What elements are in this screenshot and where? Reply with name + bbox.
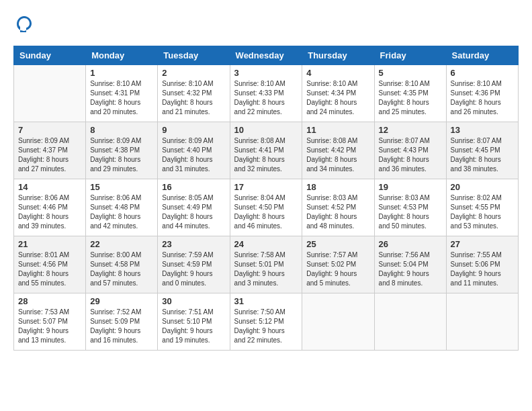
day-info: Sunrise: 8:06 AMSunset: 4:46 PMDaylight:… bbox=[18, 193, 81, 231]
header-sunday: Sunday bbox=[14, 46, 86, 65]
day-cell: 12Sunrise: 8:07 AMSunset: 4:43 PMDayligh… bbox=[374, 122, 446, 179]
header-tuesday: Tuesday bbox=[158, 46, 230, 65]
day-number: 1 bbox=[90, 68, 153, 78]
day-info: Sunrise: 7:57 AMSunset: 5:02 PMDaylight:… bbox=[306, 250, 369, 288]
day-cell: 27Sunrise: 7:55 AMSunset: 5:06 PMDayligh… bbox=[446, 236, 518, 293]
day-info: Sunrise: 8:00 AMSunset: 4:58 PMDaylight:… bbox=[90, 250, 153, 288]
day-cell bbox=[374, 293, 446, 351]
day-info: Sunrise: 8:10 AMSunset: 4:36 PMDaylight:… bbox=[451, 79, 514, 117]
day-cell: 19Sunrise: 8:03 AMSunset: 4:53 PMDayligh… bbox=[374, 179, 446, 236]
day-cell: 26Sunrise: 7:56 AMSunset: 5:04 PMDayligh… bbox=[374, 236, 446, 293]
day-info: Sunrise: 8:09 AMSunset: 4:38 PMDaylight:… bbox=[90, 136, 153, 174]
week-row-5: 28Sunrise: 7:53 AMSunset: 5:07 PMDayligh… bbox=[14, 293, 519, 351]
day-cell: 17Sunrise: 8:04 AMSunset: 4:50 PMDayligh… bbox=[230, 179, 302, 236]
day-info: Sunrise: 7:50 AMSunset: 5:12 PMDaylight:… bbox=[234, 308, 298, 345]
day-number: 4 bbox=[306, 68, 369, 78]
day-cell: 8Sunrise: 8:09 AMSunset: 4:38 PMDaylight… bbox=[86, 122, 158, 179]
day-info: Sunrise: 7:51 AMSunset: 5:10 PMDaylight:… bbox=[162, 308, 225, 345]
page-header bbox=[13, 13, 519, 35]
day-info: Sunrise: 8:01 AMSunset: 4:56 PMDaylight:… bbox=[18, 250, 81, 288]
day-number: 20 bbox=[451, 182, 514, 192]
day-cell bbox=[14, 65, 86, 122]
day-cell: 5Sunrise: 8:10 AMSunset: 4:35 PMDaylight… bbox=[374, 65, 446, 122]
day-number: 14 bbox=[18, 182, 81, 192]
day-info: Sunrise: 8:09 AMSunset: 4:37 PMDaylight:… bbox=[18, 136, 81, 174]
day-info: Sunrise: 8:03 AMSunset: 4:52 PMDaylight:… bbox=[306, 193, 369, 231]
day-info: Sunrise: 8:06 AMSunset: 4:48 PMDaylight:… bbox=[90, 193, 153, 231]
day-info: Sunrise: 8:08 AMSunset: 4:41 PMDaylight:… bbox=[234, 136, 298, 174]
day-cell: 3Sunrise: 8:10 AMSunset: 4:33 PMDaylight… bbox=[230, 65, 302, 122]
day-number: 26 bbox=[379, 239, 442, 249]
day-number: 22 bbox=[90, 239, 153, 249]
day-cell: 24Sunrise: 7:58 AMSunset: 5:01 PMDayligh… bbox=[230, 236, 302, 293]
day-info: Sunrise: 8:04 AMSunset: 4:50 PMDaylight:… bbox=[234, 193, 298, 231]
calendar-header-row: SundayMondayTuesdayWednesdayThursdayFrid… bbox=[14, 46, 519, 65]
day-cell: 7Sunrise: 8:09 AMSunset: 4:37 PMDaylight… bbox=[14, 122, 86, 179]
day-number: 27 bbox=[451, 239, 514, 249]
day-number: 6 bbox=[451, 68, 514, 78]
calendar-table: SundayMondayTuesdayWednesdayThursdayFrid… bbox=[13, 46, 519, 351]
day-info: Sunrise: 7:52 AMSunset: 5:09 PMDaylight:… bbox=[90, 308, 153, 345]
header-friday: Friday bbox=[374, 46, 446, 65]
day-number: 24 bbox=[234, 239, 298, 249]
day-info: Sunrise: 8:10 AMSunset: 4:31 PMDaylight:… bbox=[90, 79, 153, 117]
day-number: 10 bbox=[234, 125, 298, 135]
day-cell: 18Sunrise: 8:03 AMSunset: 4:52 PMDayligh… bbox=[302, 179, 374, 236]
header-monday: Monday bbox=[86, 46, 158, 65]
day-info: Sunrise: 8:10 AMSunset: 4:35 PMDaylight:… bbox=[379, 79, 442, 117]
day-number: 23 bbox=[162, 239, 225, 249]
day-info: Sunrise: 8:05 AMSunset: 4:49 PMDaylight:… bbox=[162, 193, 225, 231]
day-cell: 29Sunrise: 7:52 AMSunset: 5:09 PMDayligh… bbox=[86, 293, 158, 351]
day-number: 15 bbox=[90, 182, 153, 192]
day-info: Sunrise: 8:09 AMSunset: 4:40 PMDaylight:… bbox=[162, 136, 225, 174]
day-cell: 4Sunrise: 8:10 AMSunset: 4:34 PMDaylight… bbox=[302, 65, 374, 122]
day-cell bbox=[446, 293, 518, 351]
day-cell: 15Sunrise: 8:06 AMSunset: 4:48 PMDayligh… bbox=[86, 179, 158, 236]
day-cell: 1Sunrise: 8:10 AMSunset: 4:31 PMDaylight… bbox=[86, 65, 158, 122]
day-number: 17 bbox=[234, 182, 298, 192]
day-cell: 10Sunrise: 8:08 AMSunset: 4:41 PMDayligh… bbox=[230, 122, 302, 179]
day-number: 7 bbox=[18, 125, 81, 135]
day-cell: 13Sunrise: 8:07 AMSunset: 4:45 PMDayligh… bbox=[446, 122, 518, 179]
day-info: Sunrise: 8:07 AMSunset: 4:43 PMDaylight:… bbox=[379, 136, 442, 174]
day-info: Sunrise: 8:10 AMSunset: 4:33 PMDaylight:… bbox=[234, 79, 298, 117]
day-info: Sunrise: 7:53 AMSunset: 5:07 PMDaylight:… bbox=[18, 308, 81, 345]
day-cell: 9Sunrise: 8:09 AMSunset: 4:40 PMDaylight… bbox=[158, 122, 230, 179]
day-cell: 2Sunrise: 8:10 AMSunset: 4:32 PMDaylight… bbox=[158, 65, 230, 122]
day-cell: 21Sunrise: 8:01 AMSunset: 4:56 PMDayligh… bbox=[14, 236, 86, 293]
day-info: Sunrise: 7:56 AMSunset: 5:04 PMDaylight:… bbox=[379, 250, 442, 288]
logo-icon bbox=[13, 13, 35, 35]
day-number: 11 bbox=[306, 125, 369, 135]
header-saturday: Saturday bbox=[446, 46, 518, 65]
day-info: Sunrise: 8:10 AMSunset: 4:34 PMDaylight:… bbox=[306, 79, 369, 117]
day-info: Sunrise: 7:59 AMSunset: 4:59 PMDaylight:… bbox=[162, 250, 225, 288]
day-number: 29 bbox=[90, 296, 153, 306]
logo bbox=[13, 13, 38, 35]
day-number: 2 bbox=[162, 68, 225, 78]
week-row-1: 1Sunrise: 8:10 AMSunset: 4:31 PMDaylight… bbox=[14, 65, 519, 122]
day-number: 5 bbox=[379, 68, 442, 78]
day-number: 25 bbox=[306, 239, 369, 249]
day-number: 13 bbox=[451, 125, 514, 135]
day-number: 28 bbox=[18, 296, 81, 306]
day-number: 21 bbox=[18, 239, 81, 249]
day-cell bbox=[302, 293, 374, 351]
day-number: 30 bbox=[162, 296, 225, 306]
day-number: 31 bbox=[234, 296, 298, 306]
day-cell: 16Sunrise: 8:05 AMSunset: 4:49 PMDayligh… bbox=[158, 179, 230, 236]
day-number: 16 bbox=[162, 182, 225, 192]
day-cell: 28Sunrise: 7:53 AMSunset: 5:07 PMDayligh… bbox=[14, 293, 86, 351]
day-info: Sunrise: 7:58 AMSunset: 5:01 PMDaylight:… bbox=[234, 250, 298, 288]
header-thursday: Thursday bbox=[302, 46, 374, 65]
day-cell: 31Sunrise: 7:50 AMSunset: 5:12 PMDayligh… bbox=[230, 293, 302, 351]
day-number: 3 bbox=[234, 68, 298, 78]
day-cell: 6Sunrise: 8:10 AMSunset: 4:36 PMDaylight… bbox=[446, 65, 518, 122]
day-number: 9 bbox=[162, 125, 225, 135]
day-cell: 30Sunrise: 7:51 AMSunset: 5:10 PMDayligh… bbox=[158, 293, 230, 351]
week-row-4: 21Sunrise: 8:01 AMSunset: 4:56 PMDayligh… bbox=[14, 236, 519, 293]
day-number: 12 bbox=[379, 125, 442, 135]
day-cell: 14Sunrise: 8:06 AMSunset: 4:46 PMDayligh… bbox=[14, 179, 86, 236]
day-cell: 23Sunrise: 7:59 AMSunset: 4:59 PMDayligh… bbox=[158, 236, 230, 293]
day-info: Sunrise: 8:03 AMSunset: 4:53 PMDaylight:… bbox=[379, 193, 442, 231]
day-info: Sunrise: 7:55 AMSunset: 5:06 PMDaylight:… bbox=[451, 250, 514, 288]
